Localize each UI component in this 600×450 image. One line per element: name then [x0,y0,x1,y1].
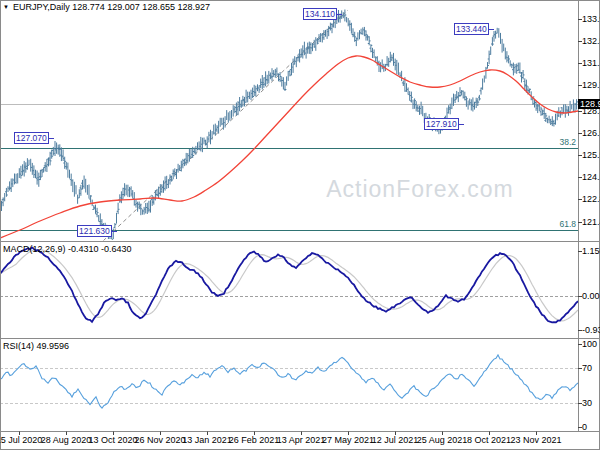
price-tag-value: 127.910 [424,118,459,130]
fibonacci-level-label: 38.2 [554,137,576,147]
price-axis-label: 122.810 [582,194,600,204]
price-axis-label: 1.1565 [582,246,600,256]
date-axis-label: 13 Oct 2020 [88,435,137,445]
price-tag-value: 121.630 [77,225,112,237]
price-tag[interactable]: 134.110 [303,8,342,20]
macd-panel [0,247,578,322]
date-axis-label: 25 Aug 2021 [417,435,468,445]
watermark-text: ActionForex.com [326,176,514,203]
date-axis-label: 27 May 2021 [322,435,374,445]
price-tag-pointer [49,138,54,139]
date-axis-label: 15 Jul 2020 [0,435,42,445]
price-tag[interactable]: 133.440 [454,23,494,35]
rsi-panel [0,355,578,408]
date-axis-label: 26 Feb 2021 [229,435,280,445]
price-tag-pointer [112,231,117,232]
current-price-axis-label: 128.927 [578,99,600,109]
price-axis-label: 121.410 [582,217,600,227]
moving-average-line [0,56,578,238]
price-axis-label: -0.9355 [582,325,600,335]
price-tag-pointer [337,14,342,15]
date-axis-label: 13 Jan 2021 [182,435,232,445]
price-axis-label: 132.570 [582,36,600,46]
rsi-indicator-label: RSI(14) 49.9596 [3,341,69,351]
price-tag-pointer [459,124,464,125]
price-axis-label: 129.770 [582,80,600,90]
price-axis-label: 133.970 [582,14,600,24]
price-tag[interactable]: 127.070 [14,132,54,144]
date-axis-label: 28 Aug 2020 [41,435,92,445]
price-axis-label: 0.00 [582,291,600,301]
price-axis-label: 0 [582,422,587,432]
date-axis-label: 12 Jul 2021 [372,435,419,445]
price-axis-label: 30 [582,398,592,408]
symbol-dropdown-icon[interactable]: ▼ [3,3,9,12]
price-tag-value: 134.110 [303,8,337,20]
chart-title-text: EURJPY,Daily 128.774 129.007 128.655 128… [13,2,210,12]
price-tag-value: 133.440 [454,23,489,35]
price-tag-pointer [489,29,494,30]
price-tag[interactable]: 127.910 [424,118,464,130]
date-axis-label: 8 Oct 2021 [467,435,511,445]
price-tag[interactable]: 121.630 [77,225,117,237]
date-axis-label: 23 Nov 2021 [510,435,561,445]
price-tag-value: 127.070 [14,132,49,144]
price-axis-label: 131.170 [582,58,600,68]
price-axis-label: 126.970 [582,128,600,138]
macd-indicator-label: MACD(12,26,9) -0.4310 -0.6430 [3,244,132,254]
price-axis-label: 124.170 [582,172,600,182]
main-price-panel [0,10,578,242]
chart-window: ▼ EURJPY,Daily 128.774 129.007 128.655 1… [0,0,600,450]
price-axis-label: 70 [582,363,592,373]
price-axis-label: 100 [582,339,597,349]
price-axis-label: 125.570 [582,150,600,160]
price-bar-ticks [0,15,578,239]
date-axis-label: 26 Nov 2020 [134,435,185,445]
date-axis-label: 13 Apr 2021 [277,435,326,445]
chart-title-bar: ▼ EURJPY,Daily 128.774 129.007 128.655 1… [3,2,210,12]
fibonacci-level-label: 61.8 [554,219,576,229]
macd-signal-line [0,250,578,321]
rsi-line [0,355,578,408]
